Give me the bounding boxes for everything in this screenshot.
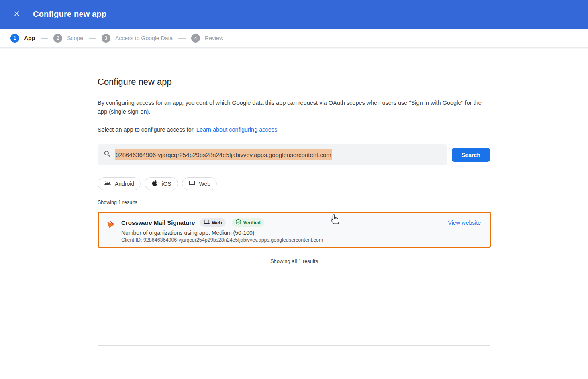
app-result-details: Crossware Mail Signature Web Verified Vi (121, 218, 481, 247)
step-divider (89, 38, 96, 39)
step-scope[interactable]: 2 Scope (53, 34, 83, 43)
platform-badge: Web (200, 218, 225, 227)
step-label: App (24, 35, 35, 41)
filter-chip-label: Android (115, 181, 134, 187)
filter-chip-label: Web (199, 181, 211, 187)
bottom-divider (98, 345, 490, 346)
verified-badge[interactable]: Verified (232, 218, 264, 227)
close-icon (13, 10, 21, 19)
android-icon (104, 179, 111, 188)
description-text: By configuring access for an app, you co… (98, 98, 483, 116)
view-website-link[interactable]: View website (448, 220, 481, 226)
search-button[interactable]: Search (452, 148, 490, 162)
results-footer: Showing all 1 results (98, 258, 491, 264)
filter-chip-label: iOS (162, 181, 171, 187)
step-label: Access to Google Data (115, 35, 173, 41)
step-number-badge: 3 (102, 34, 110, 43)
platform-filter-chips: Android iOS Web (98, 177, 491, 190)
crossware-app-logo-icon (106, 220, 116, 229)
close-button[interactable] (10, 7, 24, 22)
step-divider (178, 38, 186, 39)
configure-new-app-page: Configure new app 1 App 2 Scope 3 Access… (0, 0, 588, 379)
search-input-value: 928646364906-vjarqcqr254p29bs28n24e5fjab… (115, 149, 332, 160)
filter-chip-android[interactable]: Android (98, 177, 141, 190)
step-number-badge: 1 (10, 34, 19, 43)
search-row: 928646364906-vjarqcqr254p29bs28n24e5fjab… (98, 144, 491, 165)
stepper: 1 App 2 Scope 3 Access to Google Data 4 … (0, 29, 588, 48)
filter-chip-ios[interactable]: iOS (145, 177, 178, 190)
search-input[interactable]: 928646364906-vjarqcqr254p29bs28n24e5fjab… (98, 144, 447, 165)
step-app[interactable]: 1 App (10, 34, 35, 43)
step-access-google-data[interactable]: 3 Access to Google Data (102, 34, 173, 43)
platform-badge-label: Web (212, 220, 222, 226)
step-number-badge: 4 (191, 34, 200, 43)
step-label: Review (205, 35, 223, 41)
app-title-row: Crossware Mail Signature Web Verified Vi (121, 218, 481, 227)
main-content: Configure new app By configuring access … (98, 48, 491, 264)
organizations-count: Number of organizations using app: Mediu… (121, 230, 481, 236)
step-divider (41, 38, 48, 39)
step-review[interactable]: 4 Review (191, 34, 223, 43)
select-app-text: Select an app to configure access for. (98, 126, 196, 133)
step-number-badge: 2 (53, 34, 62, 43)
verified-badge-label: Verified (243, 220, 261, 226)
dialog-title: Configure new app (33, 10, 106, 19)
step-label: Scope (67, 35, 83, 41)
verified-check-icon (235, 219, 241, 226)
laptop-icon (188, 179, 196, 188)
app-result-card[interactable]: Crossware Mail Signature Web Verified Vi (98, 212, 491, 248)
select-app-line: Select an app to configure access for. L… (98, 126, 491, 133)
laptop-icon (204, 219, 210, 226)
client-id: Client ID: 928646364906-vjarqcqr254p29bs… (121, 237, 481, 243)
learn-about-configuring-access-link[interactable]: Learn about configuring access (196, 126, 278, 133)
search-icon (103, 150, 112, 160)
dialog-header: Configure new app (0, 0, 588, 29)
page-title: Configure new app (98, 77, 491, 87)
filter-chip-web[interactable]: Web (182, 177, 217, 190)
apple-icon (151, 179, 158, 188)
results-count: Showing 1 results (98, 200, 491, 205)
app-name: Crossware Mail Signature (121, 219, 195, 226)
